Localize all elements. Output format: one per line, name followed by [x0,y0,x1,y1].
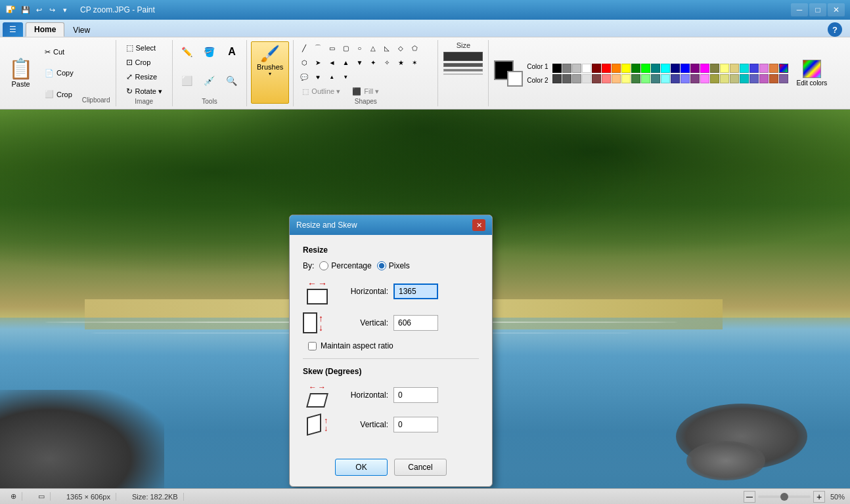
zoom-out-button[interactable]: ─ [744,491,755,503]
maximize-button[interactable]: □ [809,3,826,16]
quick-undo-btn[interactable]: ↩ [33,4,45,16]
color-magenta[interactable] [700,64,709,73]
shape-ellipse[interactable]: ○ [353,41,366,54]
paint-menu-button[interactable]: ☰ [3,22,23,37]
color-maroon[interactable] [592,64,601,73]
color-darkteal[interactable] [651,74,660,83]
select-button[interactable]: ⬚ Select [122,41,167,54]
color-r2-22[interactable] [759,74,769,83]
quick-redo-btn[interactable]: ↪ [46,4,58,16]
vertical-input[interactable] [393,315,438,331]
color-r2-20[interactable] [740,74,749,83]
shape-4arrow[interactable]: ✦ [367,56,380,69]
shape-round-rect[interactable]: ▢ [339,41,352,54]
shape-curved-line[interactable]: ⌒ [311,41,324,54]
color-r2-24[interactable] [779,74,788,83]
color-extra3[interactable] [749,64,759,73]
color-gray2[interactable] [572,74,581,83]
color-r2-21[interactable] [749,74,759,83]
color-gradient[interactable] [779,64,788,73]
color-darkpurple[interactable] [690,74,700,83]
color-blue[interactable] [681,64,690,73]
color-darkgreen[interactable] [631,74,640,83]
shape-triangle[interactable]: △ [367,41,380,54]
color-teal[interactable] [651,64,660,73]
color-yellow[interactable] [621,64,631,73]
fill-button[interactable]: ⬛ Fill ▾ [347,85,384,98]
skew-horizontal-input[interactable] [393,387,438,403]
color-extra2[interactable] [740,64,749,73]
color-lightblue[interactable] [681,74,690,83]
quick-dropdown-btn[interactable]: ▾ [59,4,71,16]
shape-star4[interactable]: ✧ [380,56,393,69]
color-black[interactable] [552,64,562,73]
shape-diagonal-line[interactable]: ╱ [298,41,311,54]
color-olive[interactable] [710,64,719,73]
text-tool[interactable]: A [221,41,242,62]
shape-hexagon[interactable]: ⬡ [298,56,311,69]
color-darkblue[interactable] [671,74,680,83]
shape-left-arrow[interactable]: ◄ [325,56,338,69]
color-green[interactable] [631,64,640,73]
color-extra4[interactable] [759,64,769,73]
percentage-radio-label[interactable]: Percentage [319,261,371,270]
color-lightyellow2[interactable] [621,74,631,83]
shape-down-arrow[interactable]: ▼ [353,56,366,69]
dialog-close-button[interactable]: ✕ [472,219,485,231]
color-red[interactable] [602,64,611,73]
paste-button[interactable]: 📋 Paste [3,41,39,105]
crop-button-clip[interactable]: ⬜ Crop [41,88,77,100]
size-1[interactable] [443,52,483,61]
color-cyan[interactable] [661,64,670,73]
zoom-slider[interactable] [758,495,811,498]
magnifier-tool[interactable]: 🔍 [221,70,242,91]
color-purple[interactable] [690,64,700,73]
color-orange[interactable] [612,64,621,73]
color-navy[interactable] [671,64,680,73]
shape-right-arrow[interactable]: ➤ [311,56,324,69]
tab-home[interactable]: Home [26,22,64,37]
close-button[interactable]: ✕ [828,3,845,16]
ok-button[interactable]: OK [335,459,388,476]
color-white[interactable] [582,64,591,73]
size-4[interactable] [443,74,483,75]
color2-box[interactable] [507,71,523,87]
pixels-radio[interactable] [377,261,386,270]
color-r2-23[interactable] [769,74,778,83]
shape-pentagon[interactable]: ⬠ [408,41,421,54]
copy-button[interactable]: 📄 Copy [41,67,77,79]
shape-up-arrow[interactable]: ▲ [339,56,352,69]
help-button[interactable]: ? [828,22,842,37]
tab-view[interactable]: View [64,22,99,37]
color-lightcyan[interactable] [661,74,670,83]
size-3[interactable] [443,69,483,72]
zoom-in-button[interactable]: + [813,491,825,503]
shape-heart[interactable]: ♥ [311,70,324,83]
percentage-radio[interactable] [319,261,328,270]
shape-right-triangle[interactable]: ◺ [380,41,393,54]
color-yellow2[interactable] [720,74,729,83]
outline-button[interactable]: ⬚ Outline ▾ [298,85,345,98]
shape-star5[interactable]: ★ [394,56,407,69]
cut-button[interactable]: ✂ Cut [41,46,77,58]
color-extra5[interactable] [769,64,778,73]
cancel-button[interactable]: Cancel [394,459,447,476]
color-darkred[interactable] [592,74,601,83]
color-silver[interactable] [572,64,581,73]
brushes-button[interactable]: 🖌️ Brushes ▾ [251,41,289,104]
color-gray3[interactable] [562,74,571,83]
resize-button[interactable]: ⤢ Resize [122,70,167,83]
fill-tool[interactable]: 🪣 [199,41,220,62]
shapes-scroll-down[interactable]: ▼ [339,70,352,83]
pencil-tool[interactable]: ✏️ [177,41,198,62]
picker-tool[interactable]: 💉 [199,70,220,91]
pixels-radio-label[interactable]: Pixels [377,261,410,270]
shape-callout[interactable]: 💬 [298,70,311,83]
shapes-scroll-up[interactable]: ▲ [325,70,338,83]
horizontal-input[interactable] [393,284,438,299]
aspect-ratio-checkbox[interactable] [308,342,317,350]
color-extra1[interactable] [730,64,739,73]
color-gray4[interactable] [562,64,571,73]
color-lightgray[interactable] [582,74,591,83]
minimize-button[interactable]: ─ [791,3,808,16]
